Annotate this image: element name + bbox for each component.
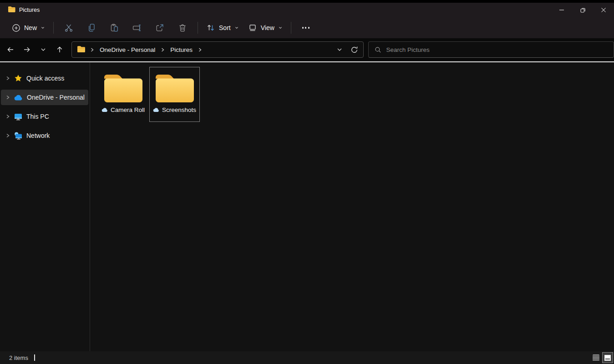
sidebar-item-this-pc[interactable]: This PC xyxy=(1,109,88,124)
minimize-button[interactable] xyxy=(551,3,572,17)
sort-button-label: Sort xyxy=(219,24,231,31)
view-icon xyxy=(248,23,257,32)
network-icon xyxy=(14,132,22,140)
folder-tiles: Camera Roll Screenshots xyxy=(98,67,614,122)
more-options-button[interactable] xyxy=(297,20,315,36)
breadcrumb-item-onedrive[interactable]: OneDrive - Personal xyxy=(99,45,156,55)
trash-icon xyxy=(178,23,188,33)
cut-button[interactable] xyxy=(59,20,78,36)
search-input[interactable] xyxy=(386,46,609,53)
breadcrumb: OneDrive - Personal Pictures xyxy=(77,45,202,55)
delete-button[interactable] xyxy=(173,20,192,36)
refresh-icon xyxy=(350,46,358,54)
cloud-sync-icon xyxy=(153,107,160,112)
ellipsis-icon xyxy=(302,27,310,28)
address-bar[interactable]: OneDrive - Personal Pictures xyxy=(71,41,364,58)
sidebar: Quick access OneDrive - Personal This PC… xyxy=(0,62,90,351)
previous-locations-button[interactable] xyxy=(332,43,347,56)
folder-name: Camera Roll xyxy=(111,106,145,113)
paste-button[interactable] xyxy=(105,20,124,36)
arrow-left-icon xyxy=(6,46,15,54)
view-button-label: View xyxy=(261,24,274,31)
share-button[interactable] xyxy=(150,20,169,36)
forward-button[interactable] xyxy=(19,42,35,57)
breadcrumb-item-pictures[interactable]: Pictures xyxy=(169,45,193,55)
chevron-right-icon xyxy=(5,133,10,138)
rename-button[interactable] xyxy=(127,20,147,36)
status-bar: 2 items xyxy=(0,351,614,364)
thumbnails-view-icon xyxy=(604,355,611,361)
sidebar-item-label: Network xyxy=(26,132,50,139)
sidebar-item-label: OneDrive - Personal xyxy=(27,94,85,101)
titlebar-tab: Pictures xyxy=(0,6,40,14)
monitor-icon xyxy=(14,113,22,121)
search-icon xyxy=(375,46,381,53)
chevron-down-icon xyxy=(278,25,283,30)
folder-icon xyxy=(102,71,144,104)
up-button[interactable] xyxy=(52,42,67,57)
new-button-label: New xyxy=(24,24,37,31)
file-explorer-window: Pictures New xyxy=(0,3,614,364)
sidebar-item-quick-access[interactable]: Quick access xyxy=(1,71,88,86)
close-button[interactable] xyxy=(593,3,614,17)
folder-icon xyxy=(77,46,86,54)
copy-icon xyxy=(86,23,96,33)
command-toolbar: New xyxy=(0,17,614,38)
toolbar-separator xyxy=(53,22,54,34)
folder-name-row: Screenshots xyxy=(153,106,196,113)
folder-name-row: Camera Roll xyxy=(101,106,145,113)
chevron-down-icon xyxy=(41,25,45,30)
refresh-button[interactable] xyxy=(347,43,361,56)
search-box xyxy=(368,41,614,58)
details-view-icon xyxy=(593,354,599,361)
back-button[interactable] xyxy=(3,42,18,57)
sidebar-item-label: Quick access xyxy=(26,75,64,82)
plus-circle-icon xyxy=(12,24,20,32)
chevron-right-icon xyxy=(5,76,10,81)
recent-locations-button[interactable] xyxy=(36,42,51,57)
folder-icon xyxy=(154,71,196,104)
copy-button[interactable] xyxy=(82,20,101,36)
chevron-down-icon xyxy=(40,46,46,53)
folder-icon xyxy=(8,6,15,14)
sort-icon xyxy=(206,23,215,32)
view-button[interactable]: View xyxy=(244,20,287,36)
onedrive-cloud-icon xyxy=(14,95,23,101)
sidebar-item-network[interactable]: Network xyxy=(1,128,88,143)
status-separator xyxy=(34,354,35,361)
folder-tile-screenshots[interactable]: Screenshots xyxy=(149,67,200,122)
arrow-up-icon xyxy=(56,46,64,54)
minimize-icon xyxy=(559,7,564,13)
star-icon xyxy=(14,74,22,82)
cloud-sync-icon xyxy=(101,107,108,112)
folder-name: Screenshots xyxy=(162,106,196,113)
sidebar-item-label: This PC xyxy=(26,113,49,120)
window-title: Pictures xyxy=(19,7,40,13)
folder-tile-camera-roll[interactable]: Camera Roll xyxy=(98,67,148,122)
toolbar-separator xyxy=(291,22,291,34)
paste-icon xyxy=(109,23,119,33)
titlebar: Pictures xyxy=(0,3,614,17)
chevron-down-icon xyxy=(234,25,239,30)
sort-button[interactable]: Sort xyxy=(202,20,244,36)
arrow-right-icon xyxy=(23,46,31,54)
sidebar-item-onedrive[interactable]: OneDrive - Personal xyxy=(1,90,88,105)
details-view-button[interactable] xyxy=(590,352,601,363)
rename-icon xyxy=(132,23,142,33)
close-icon xyxy=(601,7,606,13)
folder-view: Camera Roll Screenshots xyxy=(90,62,614,351)
chevron-right-icon xyxy=(161,47,165,52)
chevron-right-icon xyxy=(5,95,10,100)
item-count: 2 items xyxy=(9,354,28,361)
share-icon xyxy=(155,23,165,33)
restore-button[interactable] xyxy=(572,3,593,17)
new-button[interactable]: New xyxy=(7,20,50,36)
chevron-right-icon xyxy=(90,47,94,52)
chevron-right-icon xyxy=(5,114,10,119)
navigation-bar: OneDrive - Personal Pictures xyxy=(0,38,614,61)
thumbnails-view-button[interactable] xyxy=(602,352,613,363)
window-controls xyxy=(551,3,614,17)
chevron-down-icon xyxy=(336,46,343,53)
chevron-right-icon xyxy=(198,47,202,52)
toolbar-separator xyxy=(198,22,198,34)
